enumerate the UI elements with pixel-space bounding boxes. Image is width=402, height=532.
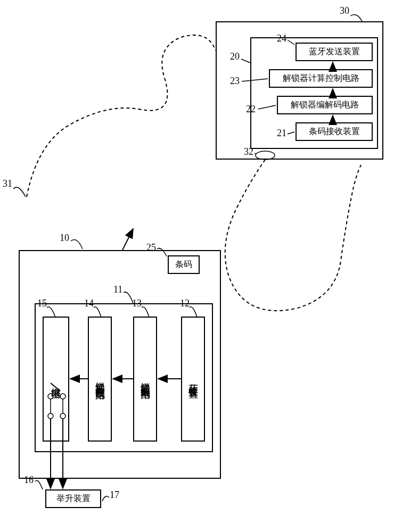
box-unlock-codec: 解锁器编解码电路 xyxy=(277,96,373,114)
label-11: 11 xyxy=(113,284,122,295)
label-10: 10 xyxy=(60,232,69,244)
box-barcode-receive: 条码接收装置 xyxy=(296,122,373,141)
label-22: 22 xyxy=(246,104,256,115)
label-31: 31 xyxy=(3,178,12,189)
label-21: 21 xyxy=(277,128,286,139)
box-13-text: 锁紧器编解码电路 xyxy=(139,375,152,384)
box-barcode: 条码 xyxy=(168,255,200,274)
label-17: 17 xyxy=(110,489,119,501)
label-12: 12 xyxy=(180,298,190,309)
box-relay: 继电器 xyxy=(43,317,69,442)
box-17-text: 举升装置 xyxy=(56,493,91,504)
box-lift-device: 举升装置 xyxy=(45,489,101,508)
svg-line-23 xyxy=(122,229,133,250)
box-12-text: 蓝牙接收装置 xyxy=(187,376,200,383)
box-15-text: 继电器 xyxy=(50,380,62,383)
box-24-text: 蓝牙发送装置 xyxy=(309,46,360,57)
label-24: 24 xyxy=(277,33,286,44)
label-20: 20 xyxy=(230,51,240,62)
label-14: 14 xyxy=(84,298,94,309)
box-bluetooth-send: 蓝牙发送装置 xyxy=(296,43,373,61)
box-lock-calc-control: 锁紧器计算控制电路 xyxy=(88,317,112,442)
box-bluetooth-receive: 蓝牙接收装置 xyxy=(181,317,205,442)
box-25-text: 条码 xyxy=(175,259,192,270)
label-23: 23 xyxy=(230,76,240,87)
label-16: 16 xyxy=(24,475,34,486)
label-13: 13 xyxy=(132,298,142,309)
label-25: 25 xyxy=(146,242,156,253)
box-14-text: 锁紧器计算控制电路 xyxy=(94,375,106,384)
box-23-text: 解锁器计算控制电路 xyxy=(283,73,359,84)
label-30: 30 xyxy=(340,5,349,16)
label-15: 15 xyxy=(37,298,47,309)
box-unlock-calc-control: 解锁器计算控制电路 xyxy=(269,69,373,88)
label-32: 32 xyxy=(244,146,253,157)
box-21-text: 条码接收装置 xyxy=(309,126,360,137)
box-22-text: 解锁器编解码电路 xyxy=(291,99,359,111)
box-lock-codec: 锁紧器编解码电路 xyxy=(133,317,157,442)
